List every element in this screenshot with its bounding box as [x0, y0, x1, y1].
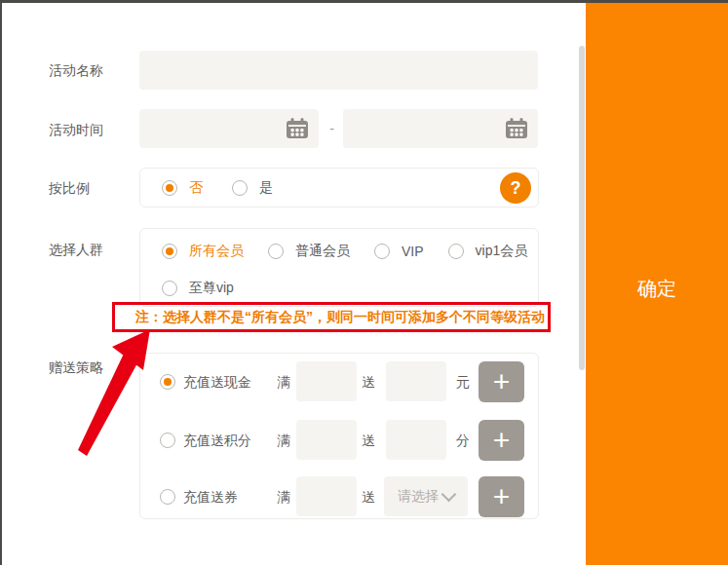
- coupon-threshold-input[interactable]: [296, 476, 357, 516]
- audience-option-label[interactable]: 至尊vip: [189, 280, 234, 297]
- points-threshold-input[interactable]: [296, 420, 357, 460]
- radio-icon[interactable]: [162, 281, 177, 296]
- gift-label: 送: [362, 433, 375, 450]
- audience-option-label[interactable]: 普通会员: [295, 243, 350, 260]
- cash-threshold-input[interactable]: [296, 361, 357, 401]
- audience-group: 所有会员 普通会员 VIP vip1会员 至尊vip: [139, 228, 539, 307]
- strategy-row-cash: 充值送现金 满 送 元 +: [140, 361, 538, 402]
- chevron-down-icon: [441, 486, 457, 502]
- calendar-icon: [286, 118, 309, 139]
- help-icon[interactable]: ?: [500, 172, 531, 204]
- ratio-option-label[interactable]: 是: [259, 179, 273, 197]
- audience-option-vip[interactable]: VIP: [374, 244, 424, 259]
- radio-icon[interactable]: [448, 244, 464, 259]
- strategy-row-points: 充值送积分 满 送 分 +: [140, 420, 538, 461]
- by-ratio-label: 按比例: [49, 180, 90, 198]
- radio-icon[interactable]: [374, 244, 390, 259]
- strategy-option-label[interactable]: 充值送现金: [183, 374, 251, 392]
- ratio-option-no[interactable]: 否: [162, 179, 203, 197]
- audience-option-label[interactable]: VIP: [402, 244, 424, 259]
- audience-label: 选择人群: [49, 242, 103, 259]
- dropdown-placeholder: 请选择: [398, 488, 439, 506]
- strategy-label: 赠送策略: [49, 359, 103, 377]
- note-text: 注：选择人群不是“所有会员”，则同一时间可添加多个不同等级活动: [115, 309, 545, 326]
- end-date-field[interactable]: [343, 109, 538, 148]
- ratio-option-yes[interactable]: 是: [232, 179, 273, 197]
- coupon-select-dropdown[interactable]: 请选择: [384, 476, 468, 516]
- add-rule-button[interactable]: +: [479, 476, 524, 517]
- ratio-option-label[interactable]: 否: [189, 179, 203, 197]
- annotation-highlight-box: 注：选择人群不是“所有会员”，则同一时间可添加多个不同等级活动: [112, 302, 551, 332]
- cash-gift-input[interactable]: [386, 361, 446, 401]
- radio-icon[interactable]: [232, 180, 248, 196]
- strategy-option-label[interactable]: 充值送积分: [183, 433, 251, 450]
- activity-name-label: 活动名称: [49, 62, 103, 80]
- radio-selected-icon[interactable]: [162, 180, 177, 196]
- audience-option-label[interactable]: 所有会员: [189, 243, 244, 260]
- audience-option-supreme-vip[interactable]: 至尊vip: [162, 280, 234, 297]
- audience-option-normal-members[interactable]: 普通会员: [268, 243, 350, 260]
- strategy-row-coupon: 充值送券 满 送 请选择 +: [140, 476, 538, 517]
- radio-selected-icon[interactable]: [162, 244, 177, 259]
- threshold-label: 满: [277, 489, 290, 507]
- scrollbar-thumb[interactable]: [579, 46, 585, 370]
- activity-time-label: 活动时间: [49, 122, 103, 139]
- radio-icon[interactable]: [160, 489, 175, 505]
- unit-label: 元: [456, 374, 470, 392]
- audience-option-label[interactable]: vip1会员: [476, 243, 528, 260]
- audience-option-vip1[interactable]: vip1会员: [448, 243, 528, 260]
- plus-icon: +: [493, 367, 511, 396]
- confirm-panel: 确定: [586, 3, 728, 565]
- radio-icon[interactable]: [268, 244, 284, 259]
- add-rule-button[interactable]: +: [479, 420, 524, 461]
- plus-icon: +: [493, 482, 511, 511]
- unit-label: 分: [456, 433, 470, 450]
- plus-icon: +: [493, 426, 511, 455]
- activity-name-input[interactable]: [139, 51, 538, 90]
- gift-label: 送: [362, 374, 375, 392]
- radio-icon[interactable]: [160, 433, 175, 448]
- window-border-left: [0, 0, 2, 565]
- calendar-icon: [505, 118, 528, 139]
- start-date-field[interactable]: [139, 109, 319, 148]
- audience-option-all-members[interactable]: 所有会员: [162, 243, 244, 260]
- radio-selected-icon[interactable]: [160, 374, 175, 390]
- gift-label: 送: [362, 489, 375, 507]
- threshold-label: 满: [277, 433, 290, 450]
- confirm-button[interactable]: 确定: [586, 268, 728, 309]
- window-border-top: [0, 0, 728, 3]
- points-gift-input[interactable]: [386, 420, 446, 460]
- strategy-option-label[interactable]: 充值送券: [183, 489, 238, 507]
- strategy-group: 充值送现金 满 送 元 + 充值送积分 满 送 分 + 充值送券 满 送 请选择…: [139, 353, 539, 519]
- by-ratio-group: 否 是 ?: [139, 168, 539, 207]
- threshold-label: 满: [277, 374, 290, 392]
- add-rule-button[interactable]: +: [479, 361, 524, 402]
- date-range-separator: -: [321, 109, 343, 148]
